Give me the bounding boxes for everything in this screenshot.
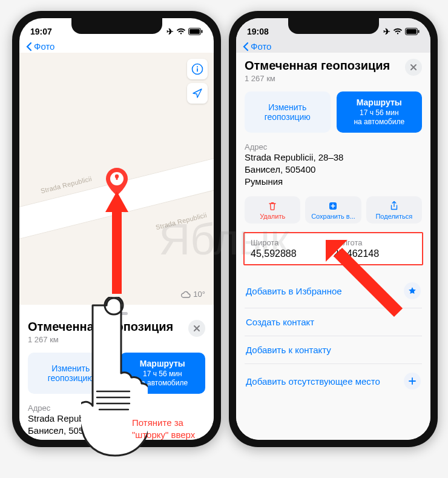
- wifi-icon: [393, 28, 403, 35]
- battery-icon: [405, 28, 420, 35]
- chevron-left-icon: [242, 42, 249, 51]
- close-button[interactable]: [405, 59, 422, 76]
- svg-point-6: [114, 174, 118, 178]
- svg-rect-9: [197, 68, 198, 72]
- battery-icon: [188, 28, 203, 35]
- sheet-grabber[interactable]: [106, 312, 128, 315]
- airplane-icon: ✈︎: [166, 27, 174, 36]
- star-icon: [404, 282, 421, 299]
- routes-title: Маршруты: [124, 359, 202, 370]
- latitude-label: Широта: [251, 238, 334, 247]
- svg-point-3: [114, 196, 119, 201]
- routes-mode: на автомобиле: [340, 118, 419, 127]
- address-label: Адрес: [28, 403, 205, 413]
- edit-location-button[interactable]: Изменить геопозицию: [28, 353, 114, 394]
- trash-icon: [268, 201, 277, 211]
- map[interactable]: Strada Republicii Strada Republicii 1: [19, 53, 214, 305]
- weather: 10°: [180, 290, 205, 299]
- routes-mode: на автомобиле: [124, 379, 202, 388]
- address-line: Банисел, 505400: [245, 164, 422, 176]
- phone-left: 19:07 ✈︎ Фото Strada Republicii Strada R…: [12, 11, 221, 447]
- close-button[interactable]: [188, 320, 205, 337]
- notch: [288, 18, 379, 34]
- sheet-distance: 1 267 км: [245, 74, 390, 83]
- routes-time: 17 ч 56 мин: [124, 370, 202, 379]
- status-time: 19:07: [30, 27, 52, 36]
- place-sheet-expanded[interactable]: Отмеченная геопозиция 1 267 км Изменить …: [236, 53, 430, 440]
- map-locate-button[interactable]: [187, 83, 208, 104]
- edit-location-button[interactable]: Изменить геопозицию: [245, 91, 331, 133]
- wifi-icon: [176, 28, 186, 35]
- plus-icon: [404, 373, 421, 390]
- svg-point-8: [197, 66, 198, 67]
- plus-square-icon: [328, 201, 338, 211]
- routes-title: Маршруты: [340, 98, 419, 108]
- road-label: Strada Republicii: [155, 211, 208, 231]
- back-button[interactable]: Фото: [19, 40, 214, 53]
- svg-rect-1: [189, 29, 200, 34]
- routes-time: 17 ч 56 мин: [340, 108, 419, 118]
- save-button[interactable]: Сохранить в...: [305, 196, 361, 224]
- chevron-left-icon: [25, 42, 33, 51]
- close-icon: [410, 64, 417, 71]
- info-icon: [191, 63, 203, 75]
- longitude-label: Долгота: [334, 238, 417, 247]
- sheet-title: Отмеченная геопозиция: [28, 320, 173, 334]
- delete-button[interactable]: Удалить: [245, 196, 300, 224]
- svg-rect-17: [418, 30, 420, 33]
- map-pin[interactable]: [105, 168, 129, 204]
- back-label: Фото: [251, 41, 271, 51]
- sheet-title: Отмеченная геопозиция: [245, 59, 390, 73]
- location-arrow-icon: [192, 88, 203, 99]
- close-icon: [193, 325, 200, 332]
- annotation-hint: Потяните за "шторку" вверх: [132, 417, 211, 440]
- back-button[interactable]: Фото: [236, 40, 430, 53]
- add-to-contact-row[interactable]: Добавить к контакту: [245, 336, 422, 364]
- share-icon: [389, 201, 399, 211]
- share-button[interactable]: Поделиться: [366, 196, 422, 224]
- create-contact-row[interactable]: Создать контакт: [245, 308, 422, 336]
- svg-rect-2: [202, 30, 203, 33]
- routes-button[interactable]: Маршруты 17 ч 56 мин на автомобиле: [337, 91, 423, 133]
- notch: [71, 18, 162, 34]
- longitude-value: 25,462148: [334, 248, 417, 259]
- latitude-value: 45,592888: [251, 248, 334, 259]
- add-favorite-row[interactable]: Добавить в Избранное: [245, 274, 422, 308]
- status-time: 19:08: [247, 27, 269, 36]
- address-line: Strada Republicii, 28–38: [245, 151, 422, 164]
- routes-button[interactable]: Маршруты 17 ч 56 мин на автомобиле: [120, 353, 206, 394]
- address-line: Румыния: [245, 176, 422, 188]
- cloud-icon: [180, 291, 191, 298]
- phone-right: 19:08 ✈︎ Фото Отмеченная геопозиция 1 26…: [229, 11, 438, 447]
- address-label: Адрес: [245, 142, 422, 151]
- map-info-button[interactable]: [187, 59, 208, 79]
- svg-rect-16: [406, 29, 417, 34]
- airplane-icon: ✈︎: [383, 27, 390, 36]
- add-missing-place-row[interactable]: Добавить отсутствующее место: [245, 364, 422, 398]
- back-label: Фото: [34, 41, 54, 51]
- sheet-distance: 1 267 км: [28, 335, 173, 344]
- coordinates-box: Широта 45,592888 Долгота 25,462148: [243, 232, 423, 265]
